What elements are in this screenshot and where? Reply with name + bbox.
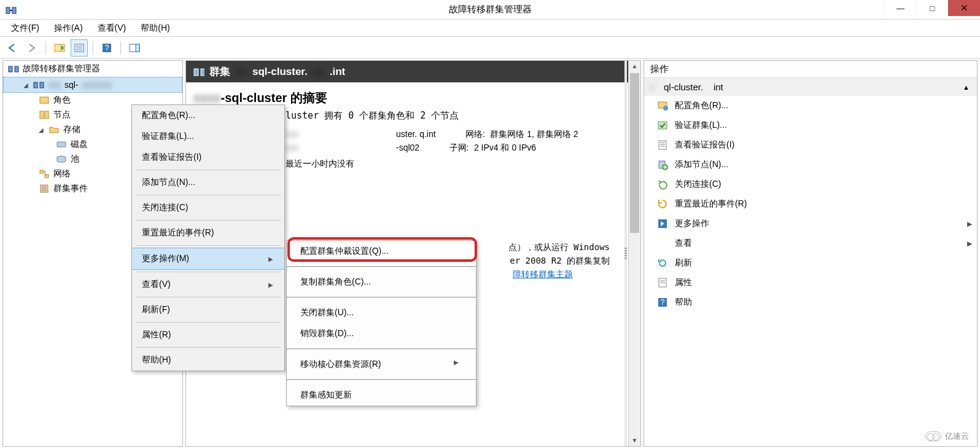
action-properties[interactable]: 属性 xyxy=(644,273,977,293)
sub-move-core-resources[interactable]: 移动核心群集资源(R)▶ xyxy=(287,354,476,375)
tree-networks-label: 网络 xyxy=(53,168,71,179)
actions-section-cluster[interactable]: l ql-cluster. int ▲ xyxy=(644,78,977,96)
minimize-button[interactable]: — xyxy=(884,0,916,16)
events-icon xyxy=(39,183,50,194)
ctx-help[interactable]: 帮助(H) xyxy=(132,350,284,371)
sub-destroy-cluster[interactable]: 销毁群集(D)... xyxy=(287,323,476,344)
menu-action[interactable]: 操作(A) xyxy=(47,20,90,36)
ctx-configure-role[interactable]: 配置角色(R)... xyxy=(132,105,284,126)
nodes-icon xyxy=(39,109,50,120)
toolbar-separator xyxy=(93,41,93,55)
action-reset-recent-events[interactable]: 重置最近的事件(R) xyxy=(644,194,977,214)
svg-rect-15 xyxy=(40,82,44,88)
ctx-reset-recent-events[interactable]: 重置最近的事件(R) xyxy=(132,222,284,243)
tree-roles-label: 角色 xyxy=(53,95,71,106)
details-header-cluster: sql-cluster. xyxy=(252,66,308,78)
close-button[interactable]: ✕ xyxy=(948,0,980,16)
ctx-view[interactable]: 查看(V)▶ xyxy=(132,274,284,295)
menu-bar: 文件(F) 操作(A) 查看(V) 帮助(H) xyxy=(0,20,980,37)
action-label: 帮助 xyxy=(675,297,692,308)
ctx-properties[interactable]: 属性(R) xyxy=(132,324,284,345)
nav-back-button[interactable] xyxy=(4,39,21,57)
roles-icon xyxy=(39,95,50,106)
scroll-down-arrow[interactable]: ▼ xyxy=(630,435,639,446)
help-icon: ? xyxy=(656,296,669,308)
scroll-up-arrow[interactable]: ▲ xyxy=(630,61,639,72)
sub-copy-cluster-roles[interactable]: 复制群集角色(C)... xyxy=(287,272,476,293)
sub-configure-quorum[interactable]: 配置群集仲裁设置(Q)... xyxy=(287,241,476,262)
actions-pane: 操作 l ql-cluster. int ▲ 配置角色(R)... 验证群集(L… xyxy=(644,60,978,447)
svg-rect-16 xyxy=(40,97,49,103)
action-view-validation-report[interactable]: 查看验证报告(I) xyxy=(644,135,977,155)
svg-text:?: ? xyxy=(105,44,109,52)
ctx-validate-cluster[interactable]: 验证群集(L)... xyxy=(132,126,284,147)
maximize-button[interactable]: □ xyxy=(916,0,948,16)
ctx-refresh[interactable]: 刷新(F) xyxy=(132,299,284,320)
vertical-scrollbar[interactable]: ▲ ▼ xyxy=(628,61,640,446)
tree-root-label: 故障转移群集管理器 xyxy=(23,63,100,74)
action-label: 配置角色(R)... xyxy=(675,100,728,111)
window-title: 故障转移群集管理器 xyxy=(0,4,980,15)
sub-cluster-aware-updating[interactable]: 群集感知更新 xyxy=(287,385,476,406)
tree-cluster-node[interactable]: ◢ xxx sql- xxxxxxx xyxy=(3,77,182,93)
add-node-icon xyxy=(656,159,669,171)
menu-help[interactable]: 帮助(H) xyxy=(133,20,177,36)
pool-icon xyxy=(56,154,67,165)
expand-caret[interactable]: ◢ xyxy=(39,127,45,133)
properties-button[interactable] xyxy=(71,39,88,57)
action-more-actions[interactable]: 更多操作 ▶ xyxy=(644,214,977,234)
close-connection-icon xyxy=(656,178,669,191)
action-view[interactable]: 查看 ▶ xyxy=(644,234,977,253)
ctx-close-connection[interactable]: 关闭连接(C) xyxy=(132,197,284,218)
network-icon xyxy=(39,168,50,179)
svg-rect-18 xyxy=(45,111,49,119)
show-hide-actions-button[interactable] xyxy=(126,39,143,57)
splitter-handle[interactable] xyxy=(624,61,627,446)
action-label: 添加节点(N)... xyxy=(675,159,728,170)
scroll-thumb[interactable] xyxy=(630,73,639,233)
expand-caret[interactable]: ◢ xyxy=(23,82,29,88)
tree-nodes-label: 节点 xyxy=(53,109,71,120)
context-menu: 配置角色(R)... 验证群集(L)... 查看验证报告(I) 添加节点(N).… xyxy=(131,104,285,371)
tree-cluster-label: sql- xyxy=(64,80,79,90)
menu-file[interactable]: 文件(F) xyxy=(4,20,47,36)
cluster-icon xyxy=(33,79,44,90)
svg-rect-13 xyxy=(15,66,18,72)
tree-root[interactable]: 故障转移群集管理器 xyxy=(3,61,182,77)
svg-rect-14 xyxy=(34,82,37,88)
tree-storage-label: 存储 xyxy=(63,124,80,135)
context-submenu-more-actions: 配置群集仲裁设置(Q)... 复制群集角色(C)... 关闭群集(U)... 销… xyxy=(286,240,476,406)
svg-rect-11 xyxy=(136,44,139,52)
svg-rect-28 xyxy=(201,69,204,76)
action-label: 验证群集(L)... xyxy=(675,120,727,131)
svg-rect-17 xyxy=(40,111,44,119)
details-header-suffix: .int xyxy=(330,66,346,78)
ctx-more-actions[interactable]: 更多操作(M)▶ xyxy=(132,248,284,270)
menu-view[interactable]: 查看(V) xyxy=(90,20,134,36)
details-header-prefix: 群集 xyxy=(209,65,230,79)
cluster-manager-icon xyxy=(8,63,19,74)
action-label: 查看验证报告(I) xyxy=(675,140,734,151)
action-configure-role[interactable]: 配置角色(R)... xyxy=(644,96,977,116)
action-add-node[interactable]: 添加节点(N)... xyxy=(644,155,977,175)
show-hide-tree-button[interactable] xyxy=(51,39,68,57)
svg-rect-21 xyxy=(40,170,44,173)
ctx-view-validation-report[interactable]: 查看验证报告(I) xyxy=(132,147,284,168)
title-bar: 故障转移群集管理器 — □ ✕ xyxy=(0,0,980,20)
help-button[interactable]: ? xyxy=(98,39,115,57)
action-help[interactable]: ? 帮助 xyxy=(644,293,977,312)
action-refresh[interactable]: 刷新 xyxy=(644,253,977,273)
report-icon xyxy=(656,139,669,151)
configure-role-icon xyxy=(656,100,669,112)
nav-forward-button[interactable] xyxy=(23,39,41,57)
sub-shutdown-cluster[interactable]: 关闭群集(U)... xyxy=(287,302,476,323)
collapse-caret-icon[interactable]: ▲ xyxy=(963,84,970,91)
action-validate-cluster[interactable]: 验证群集(L)... xyxy=(644,116,977,135)
action-close-connection[interactable]: 关闭连接(C) xyxy=(644,175,977,194)
reset-events-icon xyxy=(656,198,669,210)
submenu-arrow-icon: ▶ xyxy=(454,359,459,370)
watermark-logo-icon xyxy=(925,431,941,441)
svg-text:?: ? xyxy=(661,298,665,307)
actions-header: 操作 xyxy=(644,61,977,78)
ctx-add-node[interactable]: 添加节点(N)... xyxy=(132,172,284,193)
